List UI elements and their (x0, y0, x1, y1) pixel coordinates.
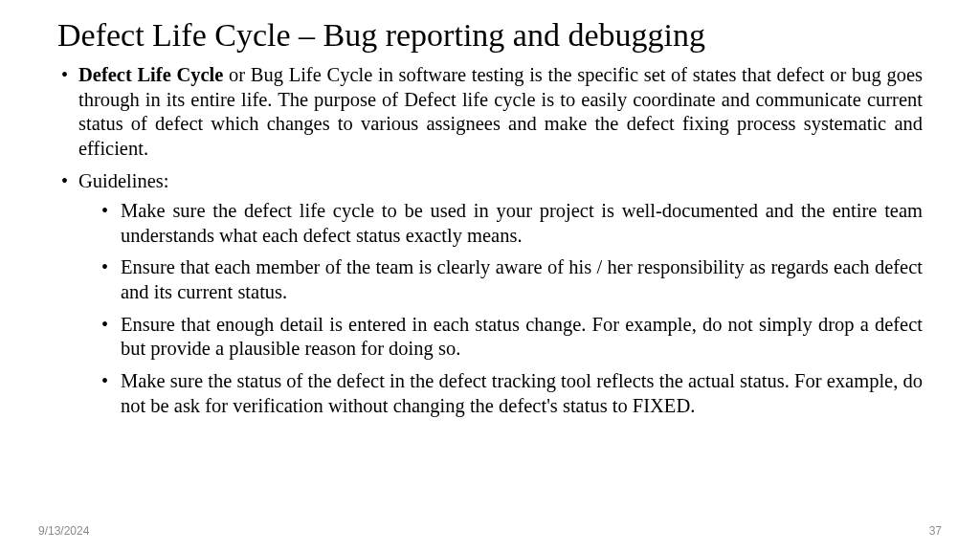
inner-list: Make sure the defect life cycle to be us… (78, 199, 923, 418)
bullet-defect-life-cycle: Defect Life Cycle or Bug Life Cycle in s… (57, 63, 923, 162)
footer-date: 9/13/2024 (38, 524, 89, 538)
bold-lead-text: Defect Life Cycle (78, 64, 223, 85)
sub-bullet-1: Make sure the defect life cycle to be us… (98, 199, 923, 248)
slide-content: Defect Life Cycle – Bug reporting and de… (0, 0, 980, 551)
outer-list: Defect Life Cycle or Bug Life Cycle in s… (57, 63, 923, 418)
slide-body: Defect Life Cycle or Bug Life Cycle in s… (57, 63, 923, 418)
sub-bullet-2: Ensure that each member of the team is c… (98, 255, 923, 304)
guidelines-label: Guidelines: (78, 170, 169, 191)
slide-footer: 9/13/2024 37 (0, 524, 980, 538)
slide-title: Defect Life Cycle – Bug reporting and de… (57, 17, 923, 54)
sub-bullet-3: Ensure that enough detail is entered in … (98, 313, 923, 362)
footer-page-number: 37 (929, 524, 942, 538)
sub-bullet-4: Make sure the status of the defect in th… (98, 369, 923, 418)
bullet-guidelines: Guidelines: Make sure the defect life cy… (57, 169, 923, 419)
